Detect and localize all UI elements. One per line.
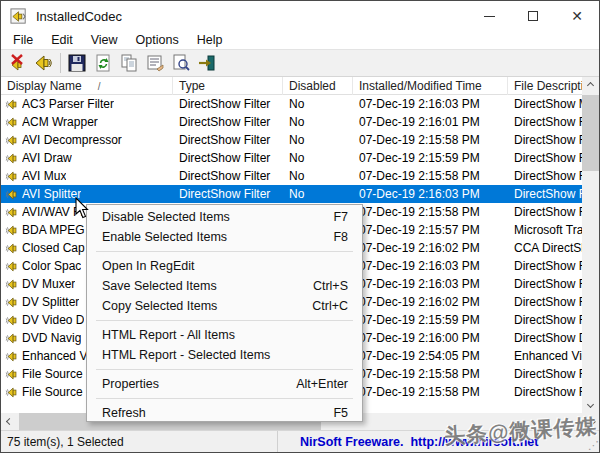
codec-disabled: No: [283, 113, 353, 131]
toolbar: [1, 49, 599, 77]
vertical-scroll-thumb[interactable]: [582, 95, 599, 171]
copy-button[interactable]: [116, 51, 142, 75]
menu-edit[interactable]: Edit: [42, 31, 82, 49]
save-icon: [67, 53, 87, 73]
column-header-installed-time[interactable]: Installed/Modified Time: [353, 77, 508, 95]
codec-type: DirectShow Filter: [173, 167, 283, 185]
refresh-icon: [93, 53, 113, 73]
codec-time: 07-Dec-19 2:16:03 PM: [353, 95, 508, 113]
codec-speaker-icon: [5, 296, 18, 309]
codec-time: 07-Dec-19 2:16:00 PM: [353, 329, 508, 347]
codec-name: AVI Draw: [22, 149, 72, 167]
codec-time: 07-Dec-19 2:15:58 PM: [353, 203, 508, 221]
exit-button[interactable]: [194, 51, 220, 75]
scroll-left-button[interactable]: [1, 413, 18, 430]
toolbar-separator: [60, 53, 61, 73]
menu-item-label: Copy Selected Items: [102, 299, 312, 313]
save-button[interactable]: [64, 51, 90, 75]
codec-name: BDA MPEG: [22, 221, 85, 239]
title-bar[interactable]: InstalledCodec ✕: [1, 1, 599, 31]
codec-speaker-icon: [5, 368, 18, 381]
menu-item-shortcut: Alt+Enter: [296, 377, 348, 391]
codec-description: DirectShow Ru: [508, 383, 584, 401]
context-menu-item[interactable]: Refresh F5: [87, 403, 362, 423]
table-row[interactable]: AVI Mux DirectShow Filter No 07-Dec-19 2…: [1, 167, 584, 185]
codec-time: 07-Dec-19 2:16:02 PM: [353, 293, 508, 311]
context-menu-item[interactable]: Properties Alt+Enter: [87, 374, 362, 394]
chevron-down-icon: [587, 401, 594, 408]
context-menu-item[interactable]: Open In RegEdit: [87, 256, 362, 276]
column-header-disabled[interactable]: Disabled: [283, 77, 353, 95]
menu-help[interactable]: Help: [188, 31, 232, 49]
context-menu: Disable Selected Items F7 Enable Selecte…: [86, 204, 363, 422]
disable-selected-button[interactable]: [5, 51, 31, 75]
codec-type: DirectShow Filter: [173, 185, 283, 203]
table-row[interactable]: AVI Draw DirectShow Filter No 07-Dec-19 …: [1, 149, 584, 167]
menu-separator: [96, 369, 353, 370]
menu-separator: [96, 398, 353, 399]
codec-disabled: No: [283, 149, 353, 167]
resize-grip[interactable]: ⋰: [588, 439, 599, 452]
codec-speaker-icon: [5, 332, 18, 345]
codec-name: AC3 Parser Filter: [22, 95, 114, 113]
codec-time: 07-Dec-19 2:54:05 PM: [353, 347, 508, 365]
minimize-button[interactable]: [467, 1, 511, 31]
app-window: InstalledCodec ✕ File Edit View Options …: [0, 0, 600, 453]
context-menu-item[interactable]: HTML Report - All Items: [87, 325, 362, 345]
codec-speaker-icon: [5, 278, 18, 291]
close-button[interactable]: ✕: [555, 1, 599, 31]
enable-selected-button[interactable]: [31, 51, 57, 75]
table-row[interactable]: ACM Wrapper DirectShow Filter No 07-Dec-…: [1, 113, 584, 131]
context-menu-item[interactable]: HTML Report - Selected Items: [87, 345, 362, 365]
menu-options[interactable]: Options: [127, 31, 188, 49]
refresh-button[interactable]: [90, 51, 116, 75]
codec-time: 07-Dec-19 2:15:58 PM: [353, 365, 508, 383]
codec-time: 07-Dec-19 2:15:58 PM: [353, 383, 508, 401]
context-menu-item[interactable]: Enable Selected Items F8: [87, 227, 362, 247]
column-header-display-name[interactable]: Display Name/: [1, 77, 173, 95]
codec-name: AVI/WAV Fi: [22, 203, 83, 221]
codec-disabled: No: [283, 167, 353, 185]
table-row[interactable]: AVI Decompressor DirectShow Filter No 07…: [1, 131, 584, 149]
codec-description: DirectShow Ru: [508, 257, 584, 275]
context-menu-item[interactable]: Save Selected Items Ctrl+S: [87, 276, 362, 296]
codec-time: 07-Dec-19 2:15:58 PM: [353, 131, 508, 149]
menu-item-shortcut: Ctrl+C: [312, 299, 348, 313]
codec-name: DVD Navig: [22, 329, 81, 347]
exit-icon: [197, 53, 217, 73]
codec-name: Color Spac: [22, 257, 81, 275]
codec-time: 07-Dec-19 2:16:01 PM: [353, 113, 508, 131]
column-header-file-description[interactable]: File Description: [508, 77, 584, 95]
menu-view[interactable]: View: [82, 31, 127, 49]
table-row[interactable]: AC3 Parser Filter DirectShow Filter No 0…: [1, 95, 584, 113]
codec-description: DirectShow Ru: [508, 311, 584, 329]
scroll-down-button[interactable]: [582, 396, 599, 413]
codec-speaker-icon: [5, 116, 18, 129]
menu-file[interactable]: File: [4, 31, 42, 49]
menu-separator: [96, 251, 353, 252]
maximize-button[interactable]: [511, 1, 555, 31]
sort-ascending-icon: /: [98, 81, 101, 92]
codec-name: File Source: [22, 383, 83, 401]
menu-item-label: Enable Selected Items: [102, 230, 333, 244]
chevron-left-icon: [6, 418, 13, 425]
close-icon: ✕: [571, 9, 583, 23]
menu-item-shortcut: F7: [333, 210, 348, 224]
context-menu-item[interactable]: Copy Selected Items Ctrl+C: [87, 296, 362, 316]
find-button[interactable]: [168, 51, 194, 75]
codec-name: File Source: [22, 365, 83, 383]
codec-description: DirectShow Ru: [508, 293, 584, 311]
codec-speaker-icon: [5, 260, 18, 273]
scroll-up-button[interactable]: [582, 77, 599, 94]
properties-button[interactable]: [142, 51, 168, 75]
context-menu-item[interactable]: Disable Selected Items F7: [87, 207, 362, 227]
app-icon: [10, 7, 29, 26]
codec-description: DirectShow MP: [508, 95, 584, 113]
codec-disabled: No: [283, 131, 353, 149]
codec-name: Closed Cap: [22, 239, 85, 257]
menu-item-shortcut: F8: [333, 230, 348, 244]
codec-type: DirectShow Filter: [173, 113, 283, 131]
menu-item-shortcut: Ctrl+S: [313, 279, 348, 293]
vertical-scrollbar[interactable]: [582, 77, 599, 413]
column-header-type[interactable]: Type: [173, 77, 283, 95]
